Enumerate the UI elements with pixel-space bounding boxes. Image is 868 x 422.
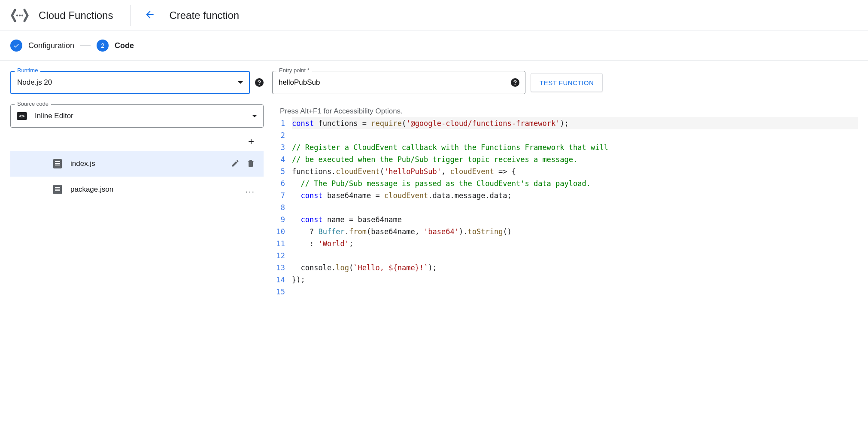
code-editor[interactable]: 123456789101112131415 const functions = … bbox=[272, 117, 858, 298]
source-code-select[interactable]: <> Inline Editor bbox=[10, 104, 264, 128]
product-title: Cloud Functions bbox=[39, 9, 113, 21]
code-lines[interactable]: const functions = require('@google-cloud… bbox=[292, 117, 858, 298]
svg-point-2 bbox=[21, 14, 23, 16]
file-name: package.json bbox=[70, 185, 237, 194]
file-row[interactable]: package.json... bbox=[10, 177, 264, 202]
step-connector bbox=[80, 46, 91, 46]
runtime-value: Node.js 20 bbox=[17, 78, 52, 87]
chevron-down-icon bbox=[238, 81, 243, 84]
step-1-label[interactable]: Configuration bbox=[28, 41, 74, 50]
file-row[interactable]: index.js bbox=[10, 151, 264, 177]
file-icon bbox=[53, 159, 62, 168]
logo-section: Cloud Functions bbox=[10, 8, 113, 23]
header: Cloud Functions Create function bbox=[0, 0, 868, 31]
file-list: index.jspackage.json... bbox=[10, 151, 264, 202]
add-file-icon[interactable]: + bbox=[248, 135, 254, 147]
svg-point-1 bbox=[19, 14, 21, 16]
entry-point-label: Entry point * bbox=[276, 67, 312, 73]
step-2-number[interactable]: 2 bbox=[97, 40, 109, 52]
source-code-label: Source code bbox=[15, 101, 51, 107]
main-content: Runtime Node.js 20 ? Source code <> Inli… bbox=[0, 61, 868, 298]
left-column: Runtime Node.js 20 ? Source code <> Inli… bbox=[10, 71, 264, 298]
runtime-select[interactable]: Node.js 20 bbox=[10, 71, 250, 94]
line-gutter: 123456789101112131415 bbox=[272, 117, 292, 298]
back-arrow-icon[interactable] bbox=[141, 6, 159, 25]
source-code-value: Inline Editor bbox=[35, 112, 244, 120]
runtime-help-icon[interactable]: ? bbox=[255, 78, 264, 87]
delete-icon[interactable] bbox=[246, 159, 255, 169]
more-icon[interactable]: ... bbox=[245, 185, 255, 195]
chevron-down-icon bbox=[252, 115, 257, 117]
svg-point-0 bbox=[16, 14, 18, 16]
test-function-button[interactable]: TEST FUNCTION bbox=[531, 73, 603, 92]
runtime-label: Runtime bbox=[15, 67, 40, 73]
code-badge-icon: <> bbox=[17, 112, 27, 120]
right-column: Entry point * ? TEST FUNCTION Press Alt+… bbox=[272, 71, 858, 298]
page-title: Create function bbox=[169, 9, 239, 21]
step-1-check-icon[interactable] bbox=[10, 40, 22, 52]
code-editor-area: Press Alt+F1 for Accessibility Options. … bbox=[272, 104, 858, 298]
step-2-label[interactable]: Code bbox=[115, 41, 134, 50]
accessibility-hint: Press Alt+F1 for Accessibility Options. bbox=[272, 104, 858, 117]
entry-point-input[interactable] bbox=[272, 71, 525, 94]
entry-point-help-icon[interactable]: ? bbox=[511, 78, 519, 87]
file-name: index.js bbox=[70, 159, 222, 168]
file-icon bbox=[53, 185, 62, 194]
product-logo-icon bbox=[10, 8, 29, 23]
edit-icon[interactable] bbox=[231, 159, 240, 169]
divider bbox=[130, 5, 131, 26]
stepper: Configuration 2 Code bbox=[0, 31, 868, 61]
